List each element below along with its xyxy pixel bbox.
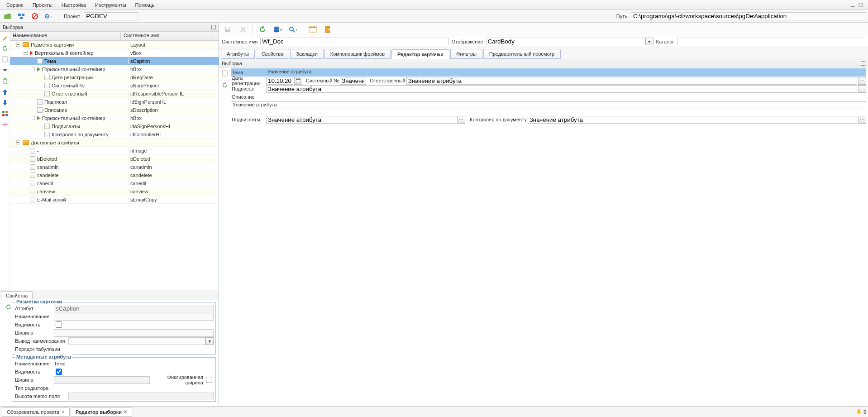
tree-row[interactable]: Вертикальный контейнерvBox [10, 49, 219, 57]
display-input[interactable] [486, 38, 645, 45]
wand-icon[interactable] [1, 34, 9, 42]
project-input[interactable] [84, 12, 138, 20]
menu-help[interactable]: Помощь [131, 1, 159, 9]
editor-pin-icon[interactable] [861, 61, 865, 66]
meta-width-input[interactable] [54, 376, 150, 384]
tree-row[interactable]: ОтветственныйidResponsiblePersonHL [10, 90, 219, 98]
right-tab[interactable]: Закладки [290, 49, 324, 59]
arrow-down-icon[interactable] [1, 99, 9, 107]
right-tab[interactable]: Свойства [256, 49, 289, 59]
form-signers-input[interactable] [266, 116, 456, 124]
prop-name-input[interactable] [54, 313, 214, 321]
tree-row[interactable]: canviewcanview [10, 187, 219, 196]
dropdown-icon[interactable] [1, 66, 9, 74]
search-dropdown-button[interactable] [287, 24, 299, 34]
catalog-input[interactable] [677, 38, 865, 45]
panel-button[interactable] [307, 24, 319, 34]
tree-row[interactable]: candeletecandelete [10, 171, 219, 179]
prop-width-input[interactable] [54, 329, 214, 337]
tree-row[interactable]: Контролер по документуidControllerHL [10, 130, 219, 139]
tree-row[interactable]: bDeletedbDeleted [10, 155, 219, 163]
tree-row[interactable]: E-Mail копийsEmailCopy [10, 196, 219, 204]
form-theme-value[interactable]: Значение атрибута [266, 69, 866, 77]
col-sys[interactable]: Системное имя [121, 32, 211, 40]
menu-service[interactable]: Сервис [2, 1, 28, 9]
right-tab[interactable]: Редактор карточки [391, 49, 449, 59]
meta-vis-check[interactable] [56, 369, 62, 375]
tree-row[interactable]: ТемаsCaption [10, 57, 219, 65]
prop-attr-input[interactable] [54, 305, 214, 312]
form-resp-input[interactable] [406, 77, 857, 85]
storage-button[interactable] [15, 11, 27, 21]
status-tab[interactable]: Редактор выборки✕ [71, 407, 132, 417]
menu-settings[interactable]: Настройка [57, 1, 91, 9]
grid-icon[interactable] [1, 120, 9, 129]
notification-bell[interactable]: 5 [856, 409, 866, 415]
menu-tools[interactable]: Инструменты [91, 1, 131, 9]
tree-row[interactable]: Разметка карточкиLayout [10, 41, 219, 49]
tree-row[interactable]: ПодписантыidaSignPersonsHL [10, 122, 219, 130]
tree-row[interactable]: -nImage [10, 147, 219, 155]
tree-row[interactable]: Доступные атрибуты [10, 139, 219, 147]
prop-vis-check[interactable] [56, 321, 62, 328]
right-tab[interactable]: Фильтры [450, 49, 482, 59]
status-tab[interactable]: Обозреватель проекта✕ [2, 407, 70, 417]
form-sysnum-input[interactable] [340, 77, 366, 85]
form-ctrl-lookup[interactable]: ⋯ [858, 116, 866, 124]
form-ctrl-input[interactable] [528, 116, 857, 124]
tree-row[interactable]: Системный №sNumProject [10, 81, 219, 90]
sysname-input[interactable] [260, 38, 448, 45]
expander-icon[interactable] [30, 67, 35, 72]
calendar-icon[interactable] [294, 77, 302, 85]
window-restore-icon[interactable] [857, 1, 864, 9]
editor-page-icon[interactable] [219, 68, 231, 78]
page-icon[interactable] [1, 55, 9, 63]
exit-button[interactable] [322, 24, 334, 34]
menu-projects[interactable]: Проекты [28, 1, 57, 9]
right-tab[interactable]: Предварительный просмотр [483, 49, 561, 59]
cancel-button[interactable] [237, 24, 249, 34]
close-icon[interactable]: ✕ [61, 409, 65, 414]
expander-icon[interactable] [15, 140, 21, 145]
form-signed-lookup[interactable]: ⋯ [858, 85, 866, 93]
meta-memo-input[interactable] [68, 393, 214, 400]
form-signed-input[interactable] [266, 85, 857, 93]
delete-icon[interactable] [1, 77, 9, 85]
editor-refresh-icon[interactable] [219, 80, 231, 90]
col-name[interactable]: Наименование [10, 32, 121, 40]
tree-row[interactable]: ПодписалidSignPersonHL [10, 98, 219, 106]
right-tab[interactable]: Атрибуты [221, 49, 255, 59]
expander-icon[interactable] [23, 50, 28, 56]
expander-icon[interactable] [30, 115, 35, 121]
right-refresh-button[interactable] [257, 24, 268, 34]
window-minimize-icon[interactable] [849, 1, 856, 9]
prop-labelout-input[interactable] [68, 337, 205, 345]
refresh-icon[interactable] [1, 44, 9, 53]
gear-dropdown-button[interactable] [43, 11, 54, 21]
open-project-button[interactable] [2, 11, 14, 21]
tree-row[interactable]: Горизонтальный контейнерhBox [10, 65, 219, 73]
display-dropdown[interactable]: ▾ [645, 38, 653, 45]
form-desc-input[interactable]: Значение атрибута [231, 101, 866, 109]
tree-row[interactable]: Горизонтальный контейнерhBox [10, 114, 219, 122]
path-input[interactable] [631, 12, 866, 20]
layout-icon[interactable] [1, 110, 9, 118]
form-resp-lookup[interactable]: ⋯ [858, 77, 866, 85]
save-button[interactable] [222, 24, 234, 34]
tree-row[interactable]: canadmincanadmin [10, 163, 219, 171]
prop-labelout-dropdown[interactable]: ▾ [205, 337, 214, 345]
tree-row[interactable]: caneditcanedit [10, 179, 219, 187]
arrow-up-icon[interactable] [1, 88, 9, 96]
expander-icon[interactable] [15, 42, 21, 48]
tree-body[interactable]: Разметка карточкиLayoutВертикальный конт… [10, 41, 219, 290]
db-dropdown-button[interactable] [272, 24, 284, 34]
tree-row[interactable]: Дата регистрацииdRegDate [10, 73, 219, 81]
close-icon[interactable]: ✕ [124, 409, 127, 414]
form-signers-lookup[interactable]: ⋯ [457, 116, 465, 124]
tree-row[interactable]: ОписаниеsDescription [10, 106, 219, 114]
form-regdate-input[interactable] [266, 77, 293, 85]
right-tab[interactable]: Компоновщик фреймов [324, 49, 391, 59]
block-button[interactable] [29, 11, 41, 21]
pin-icon[interactable] [211, 25, 216, 29]
meta-fixed-check[interactable] [206, 377, 212, 383]
